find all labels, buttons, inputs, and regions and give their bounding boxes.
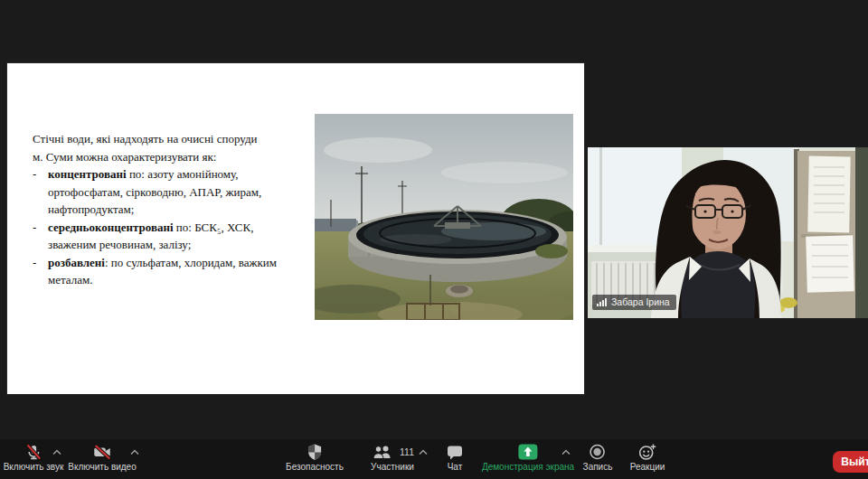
camera-off-icon	[91, 443, 113, 461]
shield-icon	[306, 443, 324, 461]
bullet-bold-term: розбавлені	[48, 256, 105, 269]
start-video-button[interactable]: Включить видео	[68, 443, 137, 472]
participant-name: Забара Ірина	[611, 296, 670, 307]
participants-count: 111	[400, 446, 414, 457]
bullet-bold-term: концентровані	[48, 167, 127, 181]
chat-icon	[446, 443, 464, 461]
mute-options-chevron-icon[interactable]	[52, 449, 61, 456]
slide-bullet: - середньоконцентровані по: БСК₅, ХСК, з…	[33, 219, 289, 254]
start-video-label: Включить видео	[68, 462, 137, 472]
record-label: Запись	[583, 462, 613, 472]
chat-button[interactable]: Чат	[446, 443, 464, 472]
slide-intro-line: м. Суми можна охарактеризувати як:	[33, 148, 289, 166]
microphone-muted-icon	[24, 443, 42, 461]
unmute-button[interactable]: Включить звук	[4, 443, 64, 472]
bullet-dash: -	[33, 165, 48, 219]
participant-video-feed[interactable]: Забара Ірина	[588, 147, 868, 318]
share-screen-button[interactable]: Демонстрация экрана	[482, 443, 574, 472]
participants-label: Участники	[371, 462, 414, 472]
signal-bars-icon	[597, 297, 608, 306]
participants-options-chevron-icon[interactable]	[419, 449, 428, 456]
share-screen-label: Демонстрация экрана	[482, 462, 574, 472]
slide-text-block: Стічні води, які надходять на очисні спо…	[33, 130, 289, 289]
slide-bullet: - концентровані по: азоту амонійному, ор…	[33, 165, 289, 219]
zoom-meeting-window: Стічні води, які надходять на очисні спо…	[0, 0, 868, 479]
reactions-label: Реакции	[630, 462, 665, 472]
security-label: Безопасность	[286, 462, 344, 472]
record-button[interactable]: Запись	[583, 443, 613, 472]
slide-photo-clarifier-tank	[315, 114, 573, 320]
screen-share-icon	[517, 443, 539, 461]
unmute-label: Включить звук	[4, 462, 64, 472]
reactions-icon	[637, 443, 657, 461]
participant-name-tag: Забара Ірина	[592, 295, 676, 310]
security-button[interactable]: Безопасность	[286, 443, 344, 472]
meeting-toolbar: Включить звук Включить видео	[0, 439, 868, 479]
video-options-chevron-icon[interactable]	[130, 449, 139, 456]
bullet-dash: -	[33, 219, 48, 254]
shared-screen-slide: Стічні води, які надходять на очисні спо…	[7, 63, 584, 394]
slide-intro-line: Стічні води, які надходять на очисні спо…	[33, 130, 289, 148]
chat-label: Чат	[448, 462, 463, 472]
share-options-chevron-icon[interactable]	[561, 449, 571, 456]
record-icon	[589, 443, 607, 461]
reactions-button[interactable]: Реакции	[630, 443, 665, 472]
bullet-dash: -	[33, 254, 48, 289]
participants-icon	[371, 444, 394, 460]
bullet-bold-term: середньоконцентровані	[48, 221, 174, 234]
participants-button[interactable]: 111 Участники	[371, 443, 414, 472]
slide-bullet: - розбавлені: по сульфатам, хлоридам, ва…	[33, 254, 289, 289]
leave-meeting-button[interactable]: Выйти	[833, 451, 868, 473]
